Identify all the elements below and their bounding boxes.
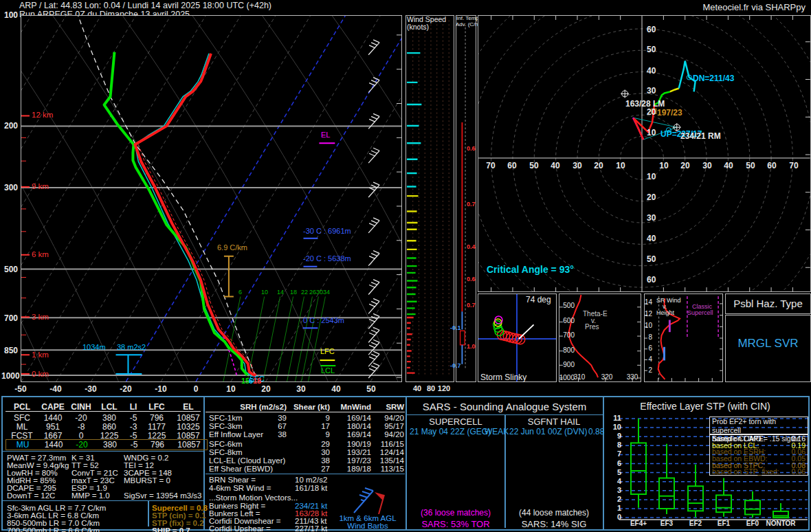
pressure-label: 700 (1, 314, 18, 322)
hodo-tick: 10 (647, 173, 656, 181)
hodo-tick: 10 (659, 162, 668, 170)
srwind-ytick: 6 (645, 345, 652, 352)
parcel-row-sfc: SFC 1440 -20 380 -5 796 10857 (5, 413, 206, 422)
parcel-row-mu-selected: MU 1440 -20 380 -5 796 10857 (5, 439, 208, 450)
kin-row-label: SFC-1km (209, 414, 243, 422)
iso-label-underlines (303, 239, 318, 329)
stp-category: EF1 (718, 520, 730, 527)
stp-category: EF4+ (630, 520, 647, 527)
wind-bars-high (407, 53, 421, 186)
cell: 860 (95, 422, 124, 431)
hodo-trace-6-9km (670, 88, 679, 91)
wind-speed-column (406, 15, 454, 382)
stat: MBURST = 0 (124, 476, 170, 485)
credit-label: Meteociel.fr via SHARPpy (702, 3, 806, 12)
kin-shear: 9 (290, 430, 330, 439)
hodo-tick: 20 (647, 108, 656, 116)
wind-col-title: Wind Speed (407, 16, 446, 23)
stp-legend-values: based on CAPE:0.16 based on LCL:0.19 bas… (709, 434, 808, 476)
stp-ytick: 10 (610, 423, 621, 431)
adv-value: -0.7 (450, 363, 461, 369)
hazard-title-box: Psbl Haz. Type (725, 293, 811, 314)
kin-srw: 113/15 (375, 465, 404, 473)
adv-value: 0.6 (467, 276, 476, 282)
stp-ytick: 6 (610, 460, 621, 467)
skewt-wind-barbs (368, 40, 379, 378)
cell: SFC (5, 413, 38, 422)
srwind-ytick: 12 (645, 311, 652, 318)
cell: MU (6, 440, 39, 450)
lfc-label: LFC (320, 348, 335, 355)
temp-axis-tick: -50 (14, 385, 26, 393)
stp-category: EF0 (746, 520, 759, 527)
parcel-row-ml: ML 951 -8 860 -3 1177 10325 (5, 422, 206, 431)
cell: 380 (96, 440, 124, 450)
storm-slinky-panel (478, 293, 557, 382)
thetae-xtick: 330 (627, 374, 638, 381)
stp-ytick: 1 (610, 505, 621, 512)
hodo-edge-ticks (491, 16, 810, 291)
stp-ytick: 0 (610, 513, 621, 521)
stat: MMP = 1.0 (71, 491, 110, 500)
cell: -3 (124, 422, 143, 431)
legend-value: 0.06 (792, 469, 806, 476)
virtual-temp-trace (138, 144, 258, 376)
wind-col-title2: (knots) (407, 23, 429, 31)
thetae-xtick: 310 (574, 374, 586, 381)
mixing-ratio-label: 10 (261, 289, 268, 296)
cell: -8 (67, 422, 95, 431)
hazard-title: Psbl Haz. Type (733, 298, 803, 309)
hodograph (478, 15, 811, 292)
hodo-tick: 30 (702, 162, 711, 170)
thetae-ytick: 600 (559, 318, 575, 324)
kin-shear: 30 (290, 448, 330, 456)
temp-axis-tick: -30 (85, 385, 96, 393)
cell: 380 (95, 413, 124, 422)
cell: 796 (143, 413, 170, 422)
col-header: Shear (kt) (290, 403, 330, 411)
cell: 10857 (170, 413, 206, 422)
kin-row-label: LCL-EL (Cloud Layer) (209, 456, 285, 465)
kin-shear: 17 (290, 422, 330, 430)
minus30-label: -30 C : 6961m (303, 228, 351, 235)
sharppy-sounding-view: ARP / Lat: 44.83 Lon: 0.04 / Lundi 14 av… (0, 0, 811, 532)
kin-mnwind: 190/19 (333, 440, 371, 448)
thetae-title3: Pres (585, 324, 599, 331)
srwind-ytick: 10 (645, 322, 652, 329)
wind-bars-low (407, 318, 415, 373)
sars-sig-prob: SARS: 14% SIG (522, 520, 587, 529)
temp-axis-tick: 0 (194, 385, 199, 393)
stp-ytick: 8 (610, 441, 621, 449)
adv-warm-box (460, 331, 465, 345)
separator (3, 451, 203, 452)
sars-hail-matches: (44 loose matches) (519, 509, 589, 517)
srwind-ytick: 2 (645, 367, 652, 374)
wind-bars-upper (407, 196, 419, 250)
pressure-label: 300 (1, 184, 18, 192)
right-edge-ticks (397, 35, 401, 377)
temp-axis-tick: -40 (49, 385, 61, 393)
stp-ytick: 3 (610, 487, 621, 494)
srwind-title: SR Wind (656, 298, 681, 304)
legend-label: based on STP_fixed: (712, 469, 779, 476)
stp-ytick: 11 (610, 414, 621, 422)
col-header: PCL (5, 402, 38, 411)
brn-label: BRN Shear = (209, 476, 256, 484)
location-title: ARP / Lat: 44.83 Lon: 0.04 / Lundi 14 av… (19, 1, 271, 10)
ship: SHIP = 0.7 (152, 527, 190, 532)
brn-value: 10 m2/s2 (295, 476, 327, 484)
kin-srw: 94/20 (375, 414, 404, 422)
temp-axis-tick: -10 (155, 385, 166, 393)
hodo-axes (478, 16, 810, 291)
srwind-title3: Height (656, 310, 674, 316)
effective-inflow-marker (116, 355, 142, 374)
sars-tor-prob: SARS: 53% TOR (421, 520, 489, 529)
hodo-tick: 40 (724, 162, 733, 170)
cell: 1440 (38, 413, 67, 422)
hodo-tick: 20 (647, 193, 656, 201)
wind-bars-mid (407, 258, 418, 314)
sars-supercell-match: 21 May 04 22Z (GEG) (410, 428, 491, 436)
temp-axis-tick: 50 (366, 385, 375, 393)
col-header: MnWind (333, 403, 371, 411)
separator (3, 500, 203, 501)
